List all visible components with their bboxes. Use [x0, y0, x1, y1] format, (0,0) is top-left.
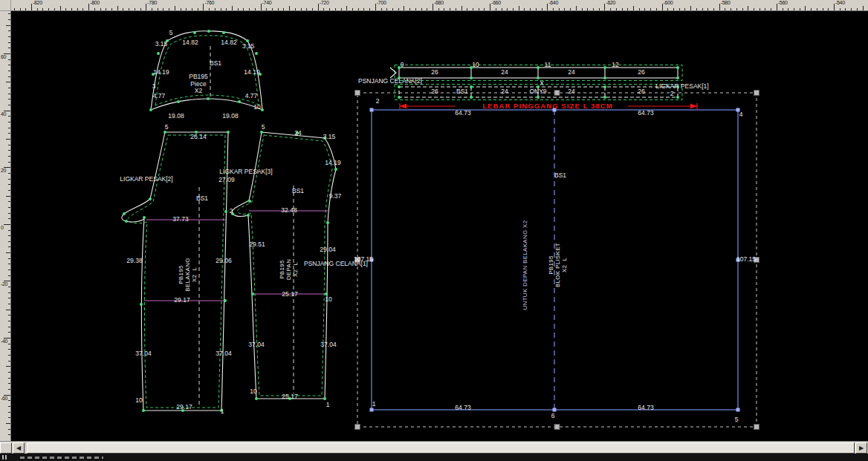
ruler-tick [8, 383, 10, 384]
selection-box[interactable] [355, 91, 760, 430]
ruler-tick [301, 8, 302, 10]
ruler-tick [8, 235, 10, 236]
ruler-tick [272, 8, 273, 10]
ruler-tick [6, 25, 10, 26]
drawing-canvas[interactable]: 53.1514.8214.823.15BS1PB195 Piece X214.1… [10, 10, 868, 441]
ruler-tick [232, 6, 233, 10]
ruler-tick [731, 8, 731, 10]
ruler-tick [392, 8, 393, 10]
ruler-tick [203, 4, 204, 10]
ruler-tick [278, 8, 279, 10]
ruler-tick [777, 4, 777, 10]
ruler-tick [398, 8, 399, 10]
ruler-tick [8, 42, 10, 43]
ruler-tick [840, 8, 841, 10]
piece-waistband-strip-top[interactable] [390, 65, 682, 81]
ruler-tick [8, 372, 10, 373]
ruler-tick [65, 8, 66, 10]
piece-depan[interactable] [231, 131, 337, 400]
ruler-tick [25, 8, 26, 10]
ruler-tick [800, 8, 800, 10]
ruler-tick [8, 94, 10, 94]
ruler-tick [857, 8, 858, 10]
ruler-tick [192, 8, 192, 10]
ruler-label: -700 [377, 0, 386, 5]
ruler-tick [266, 8, 267, 10]
ruler-tick [8, 287, 10, 287]
scroll-left-button[interactable]: ◀ [13, 442, 25, 454]
status-bar [0, 454, 868, 461]
ruler-tick [656, 8, 657, 10]
ruler-tick [707, 8, 708, 10]
ruler-tick [8, 400, 10, 401]
ruler-tick [667, 8, 668, 10]
ruler-tick [496, 8, 496, 10]
ruler-tick [863, 6, 864, 10]
ruler-tick [690, 6, 691, 10]
scroll-right-button[interactable]: ▶ [855, 442, 867, 454]
ruler-tick [828, 8, 829, 10]
piece-waistband[interactable] [149, 30, 264, 111]
ruler-tick [8, 304, 10, 304]
ruler-tick [381, 8, 382, 10]
ruler-tick [8, 145, 10, 146]
ruler-tick [318, 4, 319, 10]
ruler-tick [226, 8, 227, 10]
ruler-label: 20 [1, 168, 6, 173]
ruler-tick [169, 8, 169, 10]
ruler-tick [346, 6, 347, 10]
piece-belakang[interactable] [122, 131, 230, 412]
ruler-tick [106, 8, 106, 10]
ruler-tick [559, 8, 560, 10]
scrollbar-thumb[interactable] [27, 442, 855, 454]
ruler-tick [524, 8, 525, 10]
ruler-tick [576, 6, 577, 10]
ruler-tick [215, 8, 216, 10]
ruler-tick [719, 4, 720, 10]
ruler-tick [650, 8, 651, 10]
ruler-tick [238, 8, 239, 10]
ruler-tick [8, 156, 10, 157]
ruler-tick [765, 8, 765, 10]
ruler-tick [20, 8, 21, 10]
ruler-tick [71, 8, 72, 10]
scroll-right-icon: ▶ [859, 445, 864, 451]
ruler-tick [433, 4, 433, 10]
ruler-tick [8, 264, 10, 264]
ruler-tick [8, 406, 10, 407]
ruler-tick [77, 8, 78, 10]
ruler-tick [610, 8, 611, 10]
ruler-tick [8, 150, 10, 151]
piece-waistband-strip-bottom[interactable] [395, 85, 682, 100]
ruler-tick [261, 4, 262, 10]
ruler-tick [8, 30, 10, 31]
ruler-tick [679, 8, 680, 10]
piece-blok-plisket[interactable] [370, 108, 740, 412]
ruler-tick [8, 275, 10, 276]
ruler-tick [8, 122, 10, 122]
ruler-tick [599, 8, 600, 10]
ruler-tick [6, 366, 10, 367]
ruler-tick [6, 252, 10, 253]
ruler-label: 60 [1, 54, 6, 59]
ruler-tick [6, 196, 10, 197]
ruler-tick [473, 8, 473, 10]
pattern-canvas-graphics [0, 0, 868, 461]
ruler-label: -560 [778, 0, 788, 5]
ruler-tick [593, 8, 594, 10]
ruler-tick [100, 8, 101, 10]
ruler-tick [805, 6, 806, 10]
ruler-label: 40 [1, 111, 6, 117]
ruler-label: -740 [262, 0, 272, 5]
ruler-tick [363, 8, 364, 10]
ruler-tick [140, 8, 141, 10]
ruler-tick [587, 8, 588, 10]
ruler-tick [8, 19, 10, 20]
ruler-tick [461, 6, 462, 10]
ruler-tick [289, 6, 290, 10]
scrollbar-horizontal[interactable]: ◀ ▶ [0, 441, 868, 454]
ruler-tick [306, 8, 307, 10]
ruler-tick [54, 8, 55, 10]
ruler-tick [8, 48, 10, 48]
ruler-tick [8, 76, 10, 77]
